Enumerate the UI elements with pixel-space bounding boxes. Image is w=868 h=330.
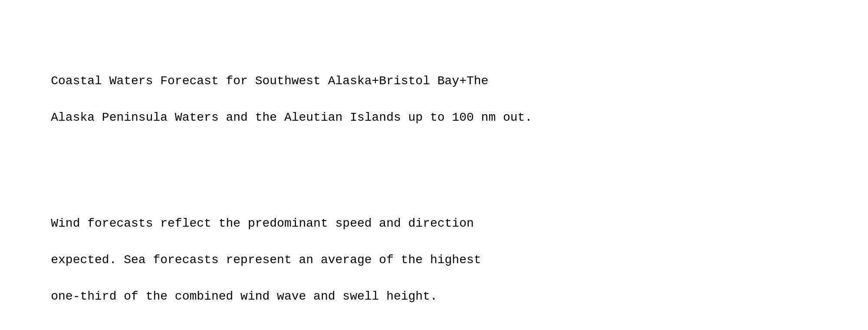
title-line2: Alaska Peninsula Waters and the Aleutian… (51, 111, 532, 124)
description-line1: Wind forecasts reflect the predominant s… (51, 217, 474, 230)
forecast-content: Coastal Waters Forecast for Southwest Al… (22, 17, 532, 330)
forecast-description: Wind forecasts reflect the predominant s… (22, 196, 532, 324)
forecast-title: Coastal Waters Forecast for Southwest Al… (22, 54, 532, 145)
description-line3: one-third of the combined wind wave and … (51, 290, 437, 303)
description-line2: expected. Sea forecasts represent an ave… (51, 253, 481, 267)
title-line1: Coastal Waters Forecast for Southwest Al… (51, 74, 488, 88)
